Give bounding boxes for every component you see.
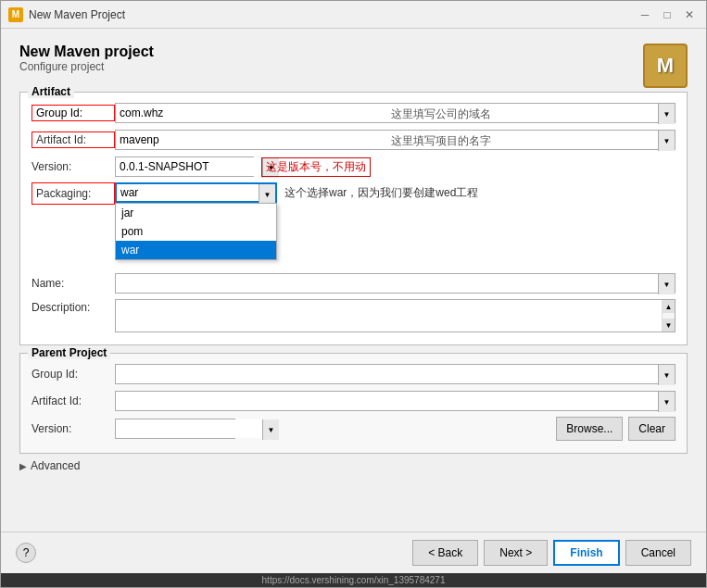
page-title: New Maven project: [19, 44, 154, 60]
group-id-dropdown-arrow[interactable]: ▼: [658, 104, 675, 124]
description-input[interactable]: [116, 300, 662, 332]
parent-artifact-id-input[interactable]: [116, 392, 658, 410]
group-id-field: 这里填写公司的域名 ▼: [115, 103, 675, 123]
name-row: Name: ▼: [32, 272, 675, 294]
titlebar-controls: ─ □ ✕: [636, 6, 699, 24]
artifact-id-row: Artifact Id: 这里填写项目的名字 ▼: [32, 129, 675, 151]
artifact-id-field: 这里填写项目的名字 ▼: [115, 130, 675, 150]
description-row: Description: ▲ ▼: [32, 299, 675, 332]
packaging-option-war[interactable]: war: [116, 241, 276, 259]
artifact-id-input[interactable]: [116, 131, 387, 149]
parent-version-field: ▼: [115, 419, 235, 439]
cancel-button[interactable]: Cancel: [625, 540, 691, 566]
parent-version-input-area: ▼ Browse... Clear: [115, 417, 675, 441]
advanced-label: Advanced: [31, 459, 80, 472]
parent-group-id-input[interactable]: [116, 365, 658, 383]
page-header: New Maven project Configure project M: [19, 44, 688, 88]
parent-group-id-label: Group Id:: [32, 368, 115, 381]
title-block: New Maven project Configure project: [19, 44, 154, 86]
description-scrollbar: ▲ ▼: [662, 300, 675, 332]
parent-artifact-id-arrow[interactable]: ▼: [658, 392, 675, 412]
close-button[interactable]: ✕: [680, 6, 699, 24]
content-area: New Maven project Configure project M Ar…: [1, 29, 706, 532]
artifact-id-dropdown-arrow[interactable]: ▼: [658, 131, 675, 151]
group-id-input[interactable]: [116, 104, 387, 122]
titlebar: M New Maven Project ─ □ ✕: [1, 1, 706, 29]
artifact-section-header: Artifact: [28, 85, 74, 98]
group-id-label: Group Id:: [32, 105, 115, 121]
scroll-up-button[interactable]: ▲: [663, 300, 675, 313]
parent-artifact-id-label: Artifact Id:: [32, 394, 115, 407]
browse-button[interactable]: Browse...: [556, 417, 623, 441]
description-label: Description:: [32, 299, 115, 314]
packaging-dropdown: jar pom war: [115, 203, 277, 260]
parent-version-arrow[interactable]: ▼: [262, 419, 279, 440]
parent-version-label: Version:: [32, 422, 115, 435]
version-field: ▼: [115, 156, 254, 177]
name-dropdown-arrow[interactable]: ▼: [658, 274, 675, 294]
packaging-value: war: [117, 184, 259, 201]
page-subtitle: Configure project: [19, 60, 154, 73]
finish-button[interactable]: Finish: [553, 540, 619, 566]
version-row: Version: ▼ 这是版本号，不用动: [32, 156, 675, 178]
parent-section: Parent Project Group Id: ▼ Artifact Id: …: [19, 353, 688, 454]
parent-artifact-id-field: ▼: [115, 391, 675, 411]
group-id-row: Group Id: 这里填写公司的域名 ▼: [32, 102, 675, 124]
minimize-button[interactable]: ─: [636, 6, 654, 24]
name-label: Name:: [32, 277, 115, 290]
maven-icon: M: [643, 44, 688, 88]
packaging-row: Packaging: war ▼ jar pom war 这个选择war，因为我…: [32, 182, 675, 205]
back-button[interactable]: < Back: [412, 540, 478, 566]
clear-button[interactable]: Clear: [628, 417, 675, 441]
footer: ? < Back Next > Finish Cancel: [1, 532, 706, 573]
app-icon: M: [8, 7, 23, 22]
advanced-arrow-icon: ▶: [19, 461, 27, 471]
footer-buttons: < Back Next > Finish Cancel: [412, 540, 691, 566]
artifact-id-annotation: 这里填写项目的名字: [387, 131, 659, 149]
url-bar: https://docs.vershining.com/xin_13957842…: [1, 573, 706, 587]
version-label: Version:: [32, 160, 115, 173]
packaging-field: war ▼: [115, 182, 277, 203]
packaging-input-area: war ▼ jar pom war: [115, 182, 277, 203]
description-field: ▲ ▼: [115, 299, 675, 332]
artifact-id-label: Artifact Id:: [32, 131, 115, 148]
version-annotation: 这是版本号，不用动: [261, 157, 371, 177]
parent-group-id-row: Group Id: ▼: [32, 363, 675, 385]
next-button[interactable]: Next >: [484, 540, 548, 566]
group-id-input-area: 这里填写公司的域名 ▼: [115, 103, 675, 123]
help-button[interactable]: ?: [16, 543, 36, 563]
packaging-option-pom[interactable]: pom: [116, 222, 276, 241]
parent-group-id-arrow[interactable]: ▼: [658, 365, 675, 385]
parent-version-row: Version: ▼ Browse... Clear: [32, 417, 675, 441]
maximize-button[interactable]: □: [658, 6, 676, 24]
packaging-option-jar[interactable]: jar: [116, 204, 276, 222]
name-input[interactable]: [116, 274, 658, 293]
advanced-row[interactable]: ▶ Advanced: [19, 459, 688, 472]
group-id-annotation: 这里填写公司的域名: [387, 104, 659, 122]
footer-left: ?: [16, 543, 36, 563]
artifact-id-input-area: 这里填写项目的名字 ▼: [115, 130, 675, 150]
packaging-annotation: 这个选择war，因为我们要创建wed工程: [284, 182, 478, 203]
version-input-area: ▼ 这是版本号，不用动: [115, 156, 371, 177]
window-title: New Maven Project: [29, 8, 636, 21]
packaging-label: Packaging:: [32, 182, 115, 205]
name-field: ▼: [115, 273, 675, 294]
parent-artifact-id-row: Artifact Id: ▼: [32, 390, 675, 412]
parent-version-input[interactable]: [116, 419, 262, 438]
parent-group-id-field: ▼: [115, 364, 675, 384]
scroll-down-button[interactable]: ▼: [663, 319, 675, 332]
version-input[interactable]: [116, 157, 262, 176]
parent-section-header: Parent Project: [28, 346, 110, 359]
artifact-section: Artifact Group Id: 这里填写公司的域名 ▼ Artifact …: [19, 92, 688, 345]
main-window: M New Maven Project ─ □ ✕ New Maven proj…: [0, 0, 707, 588]
packaging-dropdown-arrow[interactable]: ▼: [259, 184, 275, 205]
